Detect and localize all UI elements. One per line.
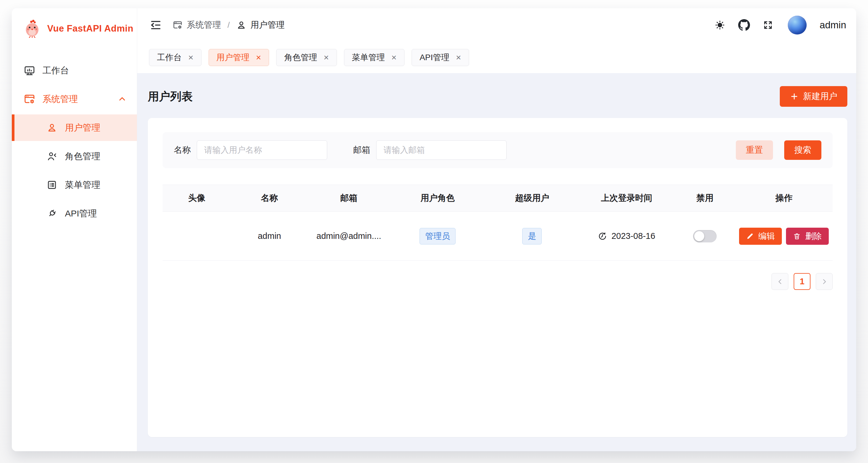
chick-logo-icon: [23, 20, 41, 38]
user-avatar[interactable]: [788, 15, 807, 34]
column-header-avatar: 头像: [162, 192, 231, 204]
tab-label: 用户管理: [217, 52, 250, 63]
last-login-cell: 2023-08-16: [579, 231, 675, 241]
sidebar-collapse-icon[interactable]: [150, 19, 162, 31]
menu-list-icon: [46, 179, 57, 190]
app-title: Vue FastAPI Admin: [47, 23, 133, 34]
user-icon: [236, 20, 246, 30]
table-row: admin admin@admin.... 管理员 是: [162, 212, 833, 261]
plus-icon: [790, 92, 799, 101]
sidebar-item-users[interactable]: 用户管理: [12, 114, 137, 141]
sidebar-item-label: 角色管理: [65, 151, 100, 163]
tab-bar: 工作台 × 用户管理 × 角色管理 × 菜单管理 × API管理 ×: [137, 42, 856, 73]
next-page-button[interactable]: [816, 273, 833, 290]
sidebar-item-api[interactable]: API管理: [12, 200, 137, 227]
column-header-actions: 操作: [736, 192, 833, 204]
sidebar-item-label: API管理: [65, 208, 97, 220]
sidebar-item-system[interactable]: 系统管理: [12, 86, 137, 112]
email-filter-label: 邮箱: [353, 144, 370, 156]
user-role-icon: [46, 151, 57, 162]
email-filter-input[interactable]: [376, 140, 506, 160]
sidebar-item-label: 工作台: [42, 65, 69, 77]
column-header-email: 邮箱: [308, 192, 390, 204]
plug-icon: [46, 208, 57, 219]
clock-icon: [598, 232, 607, 241]
last-login-value: 2023-08-16: [611, 231, 655, 241]
breadcrumb: 系统管理 / 用户管理: [173, 19, 285, 31]
sidebar-item-roles[interactable]: 角色管理: [12, 143, 137, 170]
column-header-role: 用户角色: [390, 192, 486, 204]
pagination: 1: [162, 273, 833, 290]
sidebar-item-label: 用户管理: [65, 122, 100, 134]
name-cell: admin: [231, 231, 308, 241]
column-header-lastlogin: 上次登录时间: [579, 192, 675, 204]
column-header-name: 名称: [231, 192, 308, 204]
filter-panel: 名称 邮箱 重置 搜索: [162, 132, 833, 168]
theme-sun-icon[interactable]: [715, 20, 725, 30]
sidebar-item-menus[interactable]: 菜单管理: [12, 172, 137, 198]
tab-label: 角色管理: [284, 52, 317, 63]
new-user-button-label: 新建用户: [803, 91, 837, 102]
tab-api[interactable]: API管理 ×: [411, 49, 469, 66]
page-header: 用户列表 新建用户: [148, 86, 847, 107]
github-icon[interactable]: [738, 19, 750, 31]
new-user-button[interactable]: 新建用户: [780, 86, 847, 107]
username[interactable]: admin: [819, 20, 846, 31]
disable-toggle[interactable]: [693, 230, 717, 242]
superuser-cell: 是: [486, 228, 579, 244]
tab-label: 菜单管理: [352, 52, 385, 63]
delete-button-label: 删除: [805, 231, 822, 242]
user-icon: [46, 122, 57, 133]
tab-menus[interactable]: 菜单管理 ×: [344, 49, 405, 66]
users-table: 头像 名称 邮箱 用户角色 超级用户 上次登录时间 禁用 操作 admin ad…: [162, 185, 833, 261]
breadcrumb-separator: /: [227, 20, 230, 30]
sidebar-item-workbench[interactable]: 工作台: [12, 57, 137, 84]
name-filter-label: 名称: [174, 144, 191, 156]
breadcrumb-item-system[interactable]: 系统管理: [173, 19, 221, 31]
top-header: 系统管理 / 用户管理: [137, 8, 856, 42]
fullscreen-icon[interactable]: [763, 20, 773, 30]
close-icon[interactable]: ×: [456, 53, 461, 62]
breadcrumb-label: 系统管理: [187, 19, 221, 31]
close-icon[interactable]: ×: [392, 53, 397, 62]
edit-button-label: 编辑: [758, 231, 775, 242]
column-header-superuser: 超级用户: [486, 192, 579, 204]
app-logo[interactable]: Vue FastAPI Admin: [12, 8, 137, 49]
delete-button[interactable]: 删除: [786, 228, 829, 245]
sidebar-item-label: 系统管理: [42, 93, 78, 105]
close-icon[interactable]: ×: [188, 53, 193, 62]
pencil-icon: [746, 232, 754, 240]
sidebar: Vue FastAPI Admin 工作台: [12, 8, 137, 451]
chevron-up-icon: [117, 94, 127, 104]
tab-roles[interactable]: 角色管理 ×: [276, 49, 337, 66]
page-number-button[interactable]: 1: [794, 273, 810, 290]
monitor-icon: [24, 65, 35, 76]
table-header-row: 头像 名称 邮箱 用户角色 超级用户 上次登录时间 禁用 操作: [162, 185, 833, 212]
role-tag: 管理员: [420, 228, 456, 244]
page-title: 用户列表: [148, 89, 193, 104]
name-filter-input[interactable]: [197, 140, 327, 160]
content-area: 用户列表 新建用户 名称 邮箱 重置 搜索: [137, 73, 856, 451]
tab-workbench[interactable]: 工作台 ×: [149, 49, 202, 66]
prev-page-button[interactable]: [772, 273, 788, 290]
column-header-disabled: 禁用: [675, 192, 736, 204]
breadcrumb-item-users[interactable]: 用户管理: [236, 19, 285, 31]
role-cell: 管理员: [390, 228, 486, 244]
edit-button[interactable]: 编辑: [739, 228, 782, 245]
disabled-cell: [675, 230, 736, 242]
close-icon[interactable]: ×: [256, 53, 261, 62]
header-actions: admin: [715, 15, 846, 34]
reset-button[interactable]: 重置: [736, 140, 773, 160]
close-icon[interactable]: ×: [324, 53, 329, 62]
tab-label: API管理: [420, 52, 450, 63]
window-settings-icon: [173, 20, 183, 30]
actions-cell: 编辑 删除: [736, 228, 833, 245]
tab-users[interactable]: 用户管理 ×: [209, 49, 269, 66]
tab-label: 工作台: [157, 52, 182, 63]
content-card: 名称 邮箱 重置 搜索 头像 名称 邮箱 用户角色 超级用户: [148, 118, 847, 437]
window-settings-icon: [24, 93, 35, 105]
app-window: Vue FastAPI Admin 工作台: [12, 8, 856, 451]
superuser-tag: 是: [522, 228, 542, 244]
search-button[interactable]: 搜索: [784, 140, 822, 160]
main-area: 系统管理 / 用户管理: [137, 8, 856, 451]
